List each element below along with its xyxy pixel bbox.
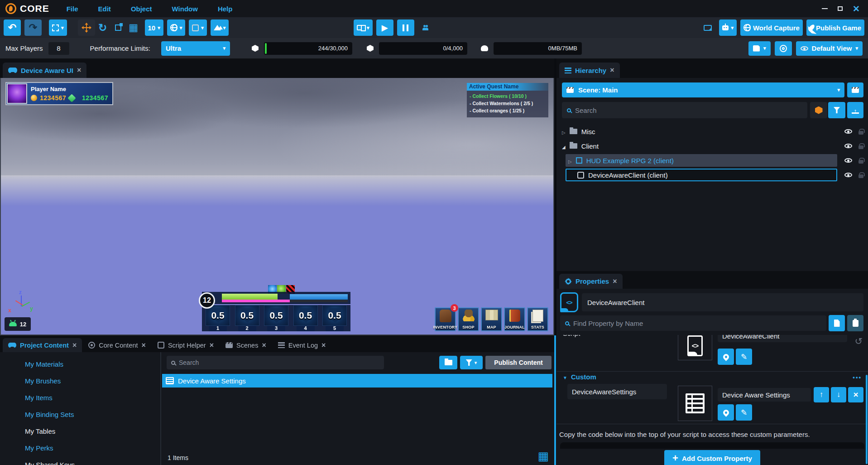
tab-properties[interactable]: Properties xyxy=(559,274,623,289)
close-tab-icon[interactable] xyxy=(77,67,81,74)
section-menu-icon[interactable] xyxy=(853,373,862,381)
terrain-dropdown[interactable] xyxy=(211,19,229,36)
preview-mode-dropdown[interactable] xyxy=(354,19,373,36)
custom-property-value-input[interactable] xyxy=(718,388,811,402)
sidebar-item-my-perks[interactable]: My Perks xyxy=(0,440,160,456)
maximize-icon[interactable] xyxy=(838,6,843,11)
scene-dropdown[interactable]: Scene: Main xyxy=(562,82,844,97)
tree-row-misc[interactable]: Misc xyxy=(556,125,868,138)
play-button[interactable] xyxy=(376,19,393,36)
default-view-dropdown[interactable]: Default View xyxy=(796,41,863,56)
copy-properties-button[interactable] xyxy=(829,315,845,331)
object-name-input[interactable] xyxy=(582,293,863,311)
shop-button[interactable]: SHOP xyxy=(458,307,479,331)
lock-icon[interactable] xyxy=(858,174,863,178)
viewport-3d[interactable]: Player Name 1234567 1234567 Active Quest… xyxy=(0,78,554,335)
collapse-caret-icon[interactable] xyxy=(562,142,566,150)
menu-file[interactable]: File xyxy=(67,5,78,13)
sidebar-item-my-tables[interactable]: My Tables xyxy=(0,423,160,440)
close-icon[interactable]: ✕ xyxy=(853,5,860,13)
script-asset-thumbnail[interactable] xyxy=(678,331,712,360)
redo-button[interactable] xyxy=(24,19,42,36)
tab-project-content[interactable]: Project Content xyxy=(3,338,82,352)
tab-script-helper[interactable]: Script Helper xyxy=(152,338,219,352)
tab-core-content[interactable]: Core Content xyxy=(83,338,151,352)
edit-asset-button[interactable] xyxy=(736,404,752,421)
publish-content-button[interactable]: Publish Content xyxy=(485,356,551,369)
close-tab-icon[interactable] xyxy=(610,67,614,74)
data-table-thumbnail[interactable] xyxy=(678,386,712,421)
bot-dropdown[interactable] xyxy=(719,19,737,36)
menu-object[interactable]: Object xyxy=(131,5,152,13)
code-snippet-box[interactable] xyxy=(560,442,864,449)
find-asset-button[interactable] xyxy=(718,404,734,421)
visibility-eye-icon[interactable] xyxy=(844,157,852,164)
sidebar-item-my-brushes[interactable]: My Brushes xyxy=(0,373,160,389)
add-custom-property-button[interactable]: Add Custom Property xyxy=(664,450,760,465)
minimize-icon[interactable] xyxy=(822,8,828,9)
script-dropdown[interactable] xyxy=(189,19,207,36)
custom-section-header[interactable]: Custom xyxy=(556,371,868,382)
close-tab-icon[interactable] xyxy=(613,278,617,285)
hotbar-slot[interactable]: 0.5 1 xyxy=(206,305,230,331)
content-search-input[interactable] xyxy=(179,359,379,366)
close-tab-icon[interactable] xyxy=(262,342,266,349)
properties-scrollbar[interactable] xyxy=(866,375,868,464)
hotbar-slot[interactable]: 0.5 2 xyxy=(235,305,259,331)
paste-properties-button[interactable] xyxy=(847,315,863,331)
close-tab-icon[interactable] xyxy=(142,342,146,349)
edit-script-button[interactable] xyxy=(736,349,752,365)
expand-caret-icon[interactable] xyxy=(562,128,566,136)
content-item-selected[interactable]: Device Aware Settings xyxy=(162,374,552,388)
hierarchy-export-button[interactable] xyxy=(847,102,863,118)
inventory-button[interactable]: 3 INVENTORY xyxy=(435,307,456,331)
map-button[interactable]: MAP xyxy=(481,307,502,331)
move-property-up-button[interactable] xyxy=(814,387,829,402)
journal-button[interactable]: JOURNAL xyxy=(504,307,525,331)
expand-caret-icon[interactable] xyxy=(568,157,572,165)
select-tool-button[interactable] xyxy=(49,19,67,36)
lock-icon[interactable] xyxy=(858,131,863,135)
move-property-down-button[interactable] xyxy=(831,387,846,402)
scale-tool-button[interactable] xyxy=(110,19,126,36)
hierarchy-filter-button[interactable] xyxy=(828,102,845,118)
max-players-value[interactable]: 8 xyxy=(48,42,69,55)
section-collapse-icon[interactable] xyxy=(563,373,567,381)
grid-view-toggle-icon[interactable] xyxy=(537,449,549,463)
scene-manager-button[interactable] xyxy=(847,82,863,97)
lock-icon[interactable] xyxy=(858,160,863,164)
hotbar-slot[interactable]: 0.5 5 xyxy=(322,305,347,331)
visibility-eye-icon[interactable] xyxy=(844,171,852,179)
new-folder-button[interactable] xyxy=(439,356,457,369)
delete-property-button[interactable] xyxy=(848,387,863,402)
sidebar-item-my-items[interactable]: My Items xyxy=(0,389,160,406)
tab-scenes[interactable]: Scenes xyxy=(220,338,272,352)
stats-button[interactable]: STATS xyxy=(527,307,548,331)
sidebar-item-my-materials[interactable]: My Materials xyxy=(0,356,160,373)
close-tab-icon[interactable] xyxy=(72,342,77,349)
grid-snap-button[interactable] xyxy=(126,19,141,36)
close-tab-icon[interactable] xyxy=(210,342,214,349)
close-tab-icon[interactable] xyxy=(321,342,326,349)
tab-device-aware-ui[interactable]: Device Aware UI xyxy=(3,63,86,78)
sidebar-item-my-binding-sets[interactable]: My Binding Sets xyxy=(0,406,160,423)
screen-capture-button[interactable] xyxy=(700,19,715,36)
tab-hierarchy[interactable]: Hierarchy xyxy=(559,63,620,78)
help-button[interactable] xyxy=(775,41,792,56)
sidebar-item-my-shared-keys[interactable]: My Shared Keys xyxy=(0,456,160,465)
hotbar-slot[interactable]: 0.5 3 xyxy=(264,305,288,331)
tab-event-log[interactable]: Event Log xyxy=(273,338,331,352)
rotate-tool-button[interactable] xyxy=(95,19,110,36)
menu-window[interactable]: Window xyxy=(172,5,198,13)
reset-property-icon[interactable] xyxy=(854,336,863,347)
visibility-eye-icon[interactable] xyxy=(844,128,852,135)
custom-property-name-input[interactable] xyxy=(567,384,667,399)
menu-help[interactable]: Help xyxy=(218,5,233,13)
content-filter-dropdown[interactable] xyxy=(460,356,483,369)
world-capture-button[interactable]: World Capture xyxy=(740,19,803,36)
save-dropdown[interactable] xyxy=(748,41,771,56)
multiplayer-preview-button[interactable] xyxy=(418,19,433,36)
find-asset-button[interactable] xyxy=(718,349,734,365)
performance-limits-dropdown[interactable]: Ultra xyxy=(161,41,230,56)
publish-game-button[interactable]: Publish Game xyxy=(806,19,864,36)
